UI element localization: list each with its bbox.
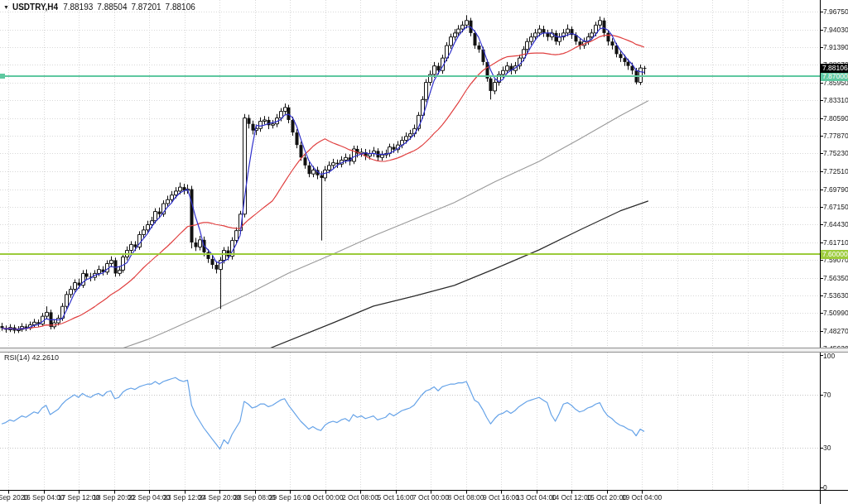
hline-drag-handle[interactable] [0,74,5,79]
green-line-price-tag: 7.60000 [821,250,848,259]
chart-header: ▼USDTRY,H47.881937.885047.872017.88106 [3,2,200,12]
open-value: 7.88193 [63,2,93,12]
symbol-period-label: USDTRY,H4 [12,2,58,12]
close-value: 7.88106 [166,2,195,12]
rsi-indicator-label: RSI(14) 42.2610 [4,353,59,362]
time-axis[interactable] [0,491,848,504]
horizontal-line-7.87[interactable] [0,75,820,77]
high-value: 7.88504 [97,2,127,12]
low-value: 7.87201 [131,2,161,12]
current-price-tag: 7.88106 [821,64,848,73]
symbol-dropdown-icon[interactable]: ▼ [3,4,9,10]
chart-window: ▼USDTRY,H47.881937.885047.872017.88106 7… [0,0,848,504]
pane-separator[interactable] [0,348,848,353]
horizontal-line-7.60[interactable] [0,253,820,255]
